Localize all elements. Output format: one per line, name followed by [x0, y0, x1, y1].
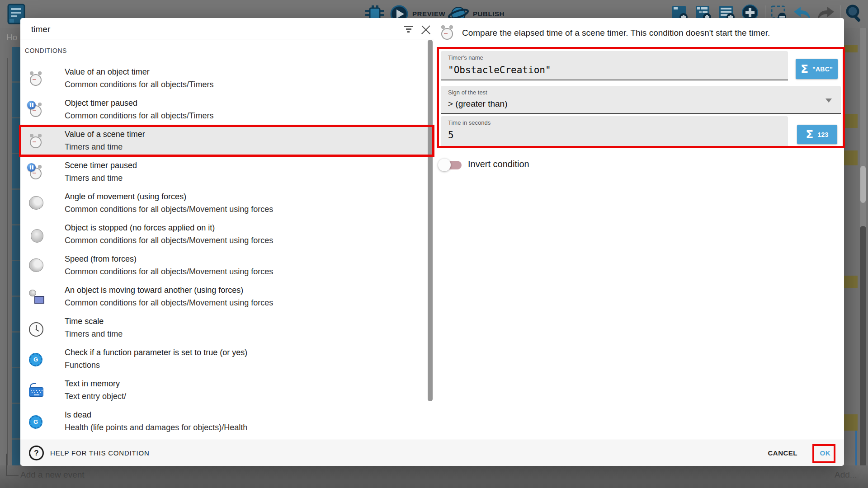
- sigma-icon: Σ: [806, 128, 813, 141]
- condition-item-speed-from-forces[interactable]: Speed (from forces) Common conditions fo…: [20, 251, 428, 282]
- toggle-knob: [438, 159, 451, 171]
- event-tree-line: [7, 58, 8, 465]
- event-sheet-condition-column: [12, 47, 20, 465]
- list-scrollbar-thumb[interactable]: [428, 40, 433, 401]
- numeric-label: 123: [817, 131, 828, 138]
- abc-label: "ABC": [812, 66, 833, 73]
- cancel-button[interactable]: CANCEL: [768, 440, 798, 466]
- chevron-down-icon: [826, 99, 832, 103]
- condition-title: Object timer paused: [65, 99, 137, 108]
- sign-of-test-label: Sign of the test: [448, 89, 487, 96]
- condition-title: Time scale: [65, 317, 104, 326]
- condition-item-value-of-object-timer[interactable]: Value of an object timer Common conditio…: [20, 64, 428, 95]
- condition-subtitle: Common conditions for all objects/Moveme…: [65, 236, 273, 245]
- event-tree-corner: [6, 454, 19, 476]
- ok-button[interactable]: OK: [820, 440, 831, 466]
- selected-event-border: [855, 431, 857, 465]
- condition-item-moving-toward[interactable]: An object is moving toward another (usin…: [20, 282, 428, 313]
- health-icon: [29, 415, 42, 429]
- condition-subtitle: Timers and time: [65, 142, 123, 152]
- condition-title: Text in memory: [65, 379, 120, 389]
- event-sheet-highlight: [844, 276, 858, 288]
- time-in-seconds-field[interactable]: Time in seconds 5: [441, 116, 788, 147]
- condition-subtitle: Timers and time: [65, 329, 123, 339]
- conditions-section-header: CONDITIONS: [25, 47, 67, 54]
- search-input[interactable]: [30, 22, 349, 37]
- sign-of-test-select[interactable]: Sign of the test > (greater than): [441, 86, 841, 114]
- condition-subtitle: Common conditions for all objects/Moveme…: [65, 267, 273, 277]
- condition-item-angle-of-movement[interactable]: Angle of movement (using forces) Common …: [20, 188, 428, 220]
- add-new-event-label: Add a new event: [20, 470, 85, 480]
- condition-description: Compare the elapsed time of a scene time…: [462, 28, 824, 38]
- condition-item-function-parameter-true[interactable]: Check if a function parameter is set to …: [20, 344, 428, 375]
- event-sheet-highlight: [844, 45, 858, 52]
- condition-subtitle: Common conditions for all objects/Moveme…: [65, 205, 273, 214]
- event-sheet-highlight: [844, 414, 858, 431]
- divider: [20, 39, 434, 39]
- moving-toward-icon: [29, 290, 44, 305]
- object-stopped-icon: [31, 229, 43, 243]
- function-parameter-icon: [29, 353, 42, 366]
- condition-item-text-in-memory[interactable]: Text in memory Text entry object/: [20, 375, 428, 407]
- condition-title: Value of an object timer: [65, 67, 150, 77]
- event-sheet-highlight: [844, 150, 858, 165]
- condition-subtitle: Health (life points and damages for obje…: [65, 423, 247, 432]
- publish-button: PUBLISH: [473, 10, 505, 18]
- object-timer-icon: [29, 71, 42, 87]
- condition-subtitle: Common conditions for all objects/Timers: [65, 111, 213, 121]
- text-entry-icon: [29, 383, 43, 397]
- condition-subtitle: Common conditions for all objects/Timers: [65, 80, 213, 89]
- page-scrollbar-thumb: [860, 166, 866, 203]
- panel-edge-shadow: [860, 226, 866, 488]
- condition-subtitle: Timers and time: [65, 174, 123, 183]
- add-more-label: Add...: [835, 470, 857, 480]
- condition-item-scene-timer-paused[interactable]: Scene timer paused Timers and time: [20, 157, 428, 188]
- invert-condition-toggle[interactable]: [438, 157, 464, 173]
- time-expression-button[interactable]: Σ 123: [797, 125, 837, 144]
- scene-timer-paused-icon: [29, 165, 42, 180]
- help-icon: ?: [29, 446, 44, 460]
- condition-item-is-dead[interactable]: Is dead Health (life points and damages …: [20, 407, 428, 438]
- condition-item-time-scale[interactable]: Time scale Timers and time: [20, 313, 428, 344]
- invert-condition-label: Invert condition: [468, 159, 529, 169]
- scene-timer-icon: [29, 134, 42, 149]
- timer-name-field[interactable]: Timer's name "ObstacleCreation": [441, 51, 788, 80]
- event-sheet-bottom: [0, 465, 868, 488]
- condition-title: Check if a function parameter is set to …: [65, 348, 247, 357]
- condition-subtitle: Functions: [65, 361, 100, 370]
- scene-timer-header-icon: [440, 25, 454, 41]
- time-scale-icon: [29, 322, 43, 337]
- timer-name-expression-button[interactable]: Σ "ABC": [796, 59, 838, 79]
- screen: PREVIEW PUBLISH: [0, 0, 868, 488]
- scene-tab-label: Ho: [6, 33, 17, 42]
- time-in-seconds-value: 5: [448, 130, 454, 141]
- speed-icon: [29, 258, 43, 272]
- object-timer-paused-icon: [29, 103, 42, 118]
- movement-angle-icon: [29, 196, 43, 210]
- condition-title: Scene timer paused: [65, 161, 137, 170]
- condition-title: An object is moving toward another (usin…: [65, 286, 243, 295]
- condition-title: Speed (from forces): [65, 254, 137, 264]
- condition-item-object-is-stopped[interactable]: Object is stopped (no forces applied on …: [20, 220, 428, 251]
- timer-name-value: "ObstacleCreation": [448, 65, 551, 75]
- preview-button: PREVIEW: [412, 10, 445, 18]
- condition-subtitle: Text entry object/: [65, 392, 126, 401]
- search-events-icon: [844, 4, 863, 23]
- sign-of-test-value: > (greater than): [448, 99, 508, 109]
- filter-icon[interactable]: [404, 25, 414, 33]
- condition-title: Object is stopped (no forces applied on …: [65, 223, 215, 233]
- close-icon[interactable]: [420, 24, 432, 36]
- help-label: HELP FOR THIS CONDITION: [50, 449, 150, 457]
- condition-title: Value of a scene timer: [65, 130, 145, 139]
- help-link[interactable]: ? HELP FOR THIS CONDITION: [29, 440, 150, 466]
- event-sheet-highlight: [844, 114, 858, 128]
- condition-item-value-of-scene-timer[interactable]: Value of a scene timer Timers and time: [20, 126, 428, 157]
- condition-title: Is dead: [65, 410, 91, 420]
- dialog-footer: ? HELP FOR THIS CONDITION CANCEL OK: [20, 440, 844, 466]
- sigma-icon: Σ: [801, 62, 808, 75]
- condition-editor-dialog: CONDITIONS Value of an object timer Comm…: [20, 18, 844, 465]
- condition-item-object-timer-paused[interactable]: Object timer paused Common conditions fo…: [20, 95, 428, 126]
- time-in-seconds-label: Time in seconds: [448, 119, 491, 126]
- condition-subtitle: Common conditions for all objects/Moveme…: [65, 298, 273, 308]
- timer-name-label: Timer's name: [448, 54, 483, 61]
